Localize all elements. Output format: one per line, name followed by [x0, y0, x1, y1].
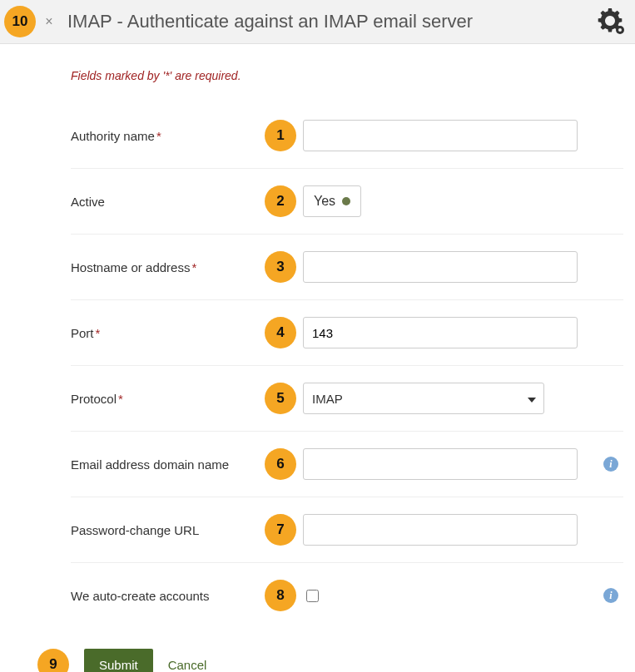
step-marker-2: 2: [265, 185, 296, 217]
step-marker-9: 9: [37, 649, 69, 672]
cancel-link[interactable]: Cancel: [168, 658, 207, 672]
row-authority-name: Authority name* 1: [71, 103, 623, 169]
required-asterisk: *: [155, 129, 161, 143]
label-email-domain: Email address domain name: [71, 457, 258, 472]
row-port: Port* 4: [71, 300, 623, 366]
password-change-url-input[interactable]: [303, 514, 578, 546]
svg-point-1: [618, 28, 622, 32]
status-dot-icon: [342, 197, 350, 205]
required-asterisk: *: [117, 392, 123, 406]
step-marker-6: 6: [265, 448, 296, 480]
form-actions: 9 Submit Cancel: [37, 628, 623, 672]
dialog-title: IMAP - Authenticate against an IMAP emai…: [57, 11, 593, 32]
row-active: Active 2 Yes: [71, 169, 623, 235]
label-authority-name: Authority name*: [71, 129, 258, 143]
step-marker-3: 3: [265, 251, 296, 283]
row-hostname: Hostname or address* 3: [71, 235, 623, 300]
protocol-select-value: IMAP: [312, 392, 343, 406]
port-input[interactable]: [303, 317, 578, 348]
label-protocol: Protocol*: [71, 392, 258, 406]
auto-create-checkbox[interactable]: [306, 590, 319, 602]
step-marker-7: 7: [265, 514, 296, 546]
row-password-change-url: Password-change URL 7: [71, 497, 623, 563]
active-toggle[interactable]: Yes: [303, 185, 361, 217]
step-marker-1: 1: [265, 120, 296, 151]
info-icon[interactable]: i: [603, 588, 618, 603]
protocol-select[interactable]: IMAP: [303, 383, 544, 414]
step-marker-4: 4: [265, 317, 296, 348]
row-protocol: Protocol* 5 IMAP: [71, 366, 623, 432]
hostname-input[interactable]: [303, 251, 578, 283]
row-auto-create: We auto-create accounts 8 i: [71, 563, 623, 628]
dialog-header: 10 × IMAP - Authenticate against an IMAP…: [0, 0, 635, 44]
required-asterisk: *: [190, 260, 196, 274]
close-icon[interactable]: ×: [41, 14, 57, 29]
label-password-change-url: Password-change URL: [71, 523, 258, 537]
label-active: Active: [71, 195, 258, 209]
settings-gear-icon[interactable]: [593, 5, 627, 38]
authority-name-input[interactable]: [303, 120, 578, 151]
email-domain-input[interactable]: [303, 448, 578, 480]
label-hostname: Hostname or address*: [71, 260, 258, 274]
step-marker-5: 5: [265, 383, 296, 414]
active-toggle-label: Yes: [314, 194, 335, 209]
info-icon[interactable]: i: [603, 457, 618, 472]
row-email-domain: Email address domain name 6 i: [71, 432, 623, 497]
step-marker-8: 8: [265, 580, 296, 611]
submit-button[interactable]: Submit: [84, 649, 153, 672]
label-port: Port*: [71, 326, 258, 340]
form-body: Fields marked by '*' are required. Autho…: [0, 44, 635, 672]
step-marker-10: 10: [4, 6, 36, 37]
required-fields-note: Fields marked by '*' are required.: [71, 69, 623, 82]
label-auto-create: We auto-create accounts: [71, 589, 258, 603]
required-asterisk: *: [94, 326, 101, 340]
